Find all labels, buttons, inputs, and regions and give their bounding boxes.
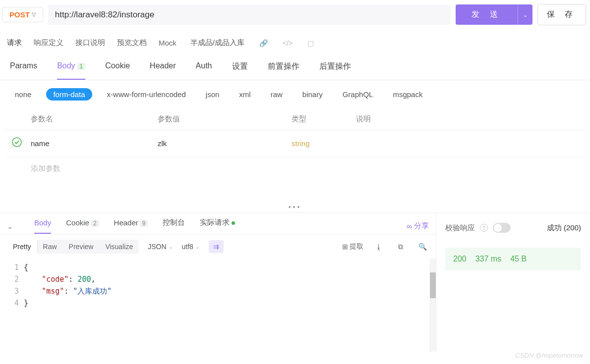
add-param-row[interactable]: 添加参数 bbox=[5, 156, 585, 180]
code-content[interactable]: { "code": 200, "msg": "入库成功" } bbox=[24, 259, 436, 352]
param-name[interactable]: name bbox=[29, 139, 158, 148]
resp-tab-cookie[interactable]: Cookie2 bbox=[66, 218, 99, 234]
share-button[interactable]: ∞分享 bbox=[407, 221, 429, 231]
response-size: 45 B bbox=[510, 255, 527, 263]
extract-icon: ⊞ bbox=[342, 243, 348, 251]
tab-params[interactable]: Params bbox=[10, 61, 37, 80]
chevron-down-icon: ⌄ bbox=[195, 244, 200, 250]
check-success: 成功 (200) bbox=[547, 223, 581, 233]
tab-post-action[interactable]: 后置操作 bbox=[319, 61, 351, 80]
collapse-chevron-icon[interactable]: ⌄ bbox=[7, 222, 13, 231]
view-visualize[interactable]: Visualize bbox=[99, 240, 139, 254]
scrollbar-thumb[interactable] bbox=[430, 272, 436, 298]
resp-tab-body[interactable]: Body bbox=[34, 218, 51, 234]
tab-cookie[interactable]: Cookie bbox=[105, 61, 130, 80]
body-type-xml[interactable]: xml bbox=[234, 88, 255, 101]
save-button[interactable]: 保 存 bbox=[537, 4, 586, 25]
tab-pre-action[interactable]: 前置操作 bbox=[268, 61, 299, 80]
body-type-form-data[interactable]: form-data bbox=[46, 88, 92, 101]
panel-icon[interactable]: ▢ bbox=[307, 39, 314, 47]
body-type-graphql[interactable]: GraphQL bbox=[338, 88, 378, 101]
wrap-icon[interactable]: ⇉ bbox=[209, 240, 224, 253]
code-icon[interactable]: </> bbox=[283, 39, 293, 47]
view-preview[interactable]: Preview bbox=[63, 240, 100, 254]
chevron-down-icon: ⌄ bbox=[169, 244, 173, 250]
dot-icon bbox=[232, 221, 235, 225]
sub-tab-api-desc[interactable]: 接口说明 bbox=[75, 38, 105, 48]
send-button[interactable]: 发 送 bbox=[456, 4, 517, 25]
resize-handle[interactable]: ••• bbox=[0, 203, 590, 213]
resp-badge: 2 bbox=[91, 220, 99, 227]
param-type[interactable]: string bbox=[292, 139, 356, 148]
status-stats: 200 337 ms 45 B bbox=[445, 248, 581, 270]
search-icon[interactable]: 🔍 bbox=[416, 240, 429, 253]
sub-tab-preview[interactable]: 预览文档 bbox=[117, 38, 147, 48]
resp-badge: 9 bbox=[140, 220, 148, 227]
check-icon[interactable] bbox=[12, 139, 22, 149]
body-type-msgpack[interactable]: msgpack bbox=[388, 88, 427, 101]
api-title: 半成品/成品入库 bbox=[190, 38, 244, 48]
url-input[interactable] bbox=[48, 5, 451, 25]
share-icon: ∞ bbox=[407, 222, 412, 230]
tab-auth[interactable]: Auth bbox=[196, 61, 212, 80]
method-select[interactable]: POST ▽ bbox=[2, 7, 43, 22]
link-icon[interactable]: 🔗 bbox=[259, 39, 268, 47]
status-code: 200 bbox=[453, 255, 467, 263]
body-type-json[interactable]: json bbox=[201, 88, 225, 101]
col-name: 参数名 bbox=[29, 114, 158, 124]
copy-icon[interactable]: ⧉ bbox=[394, 240, 407, 253]
line-gutter: 1234 bbox=[0, 259, 24, 352]
body-type-urlencoded[interactable]: x-www-form-urlencoded bbox=[102, 88, 191, 101]
tab-settings[interactable]: 设置 bbox=[232, 61, 248, 80]
format-select[interactable]: JSON⌄ bbox=[148, 243, 173, 251]
svg-point-0 bbox=[12, 138, 21, 147]
params-header: 参数名 参数值 类型 说明 bbox=[5, 108, 585, 130]
extract-button[interactable]: ⊞提取 bbox=[342, 242, 363, 251]
col-desc: 说明 bbox=[356, 114, 585, 124]
resp-tab-console[interactable]: 控制台 bbox=[163, 218, 185, 234]
body-type-binary[interactable]: binary bbox=[297, 88, 328, 101]
sub-tab-request[interactable]: 请求 bbox=[7, 38, 22, 48]
param-row[interactable]: name zlk string bbox=[5, 130, 585, 156]
sub-tab-response-def[interactable]: 响应定义 bbox=[34, 38, 63, 48]
response-time: 337 ms bbox=[475, 255, 501, 263]
tab-body[interactable]: Body1 bbox=[57, 61, 85, 80]
chevron-down-icon: ⌄ bbox=[523, 12, 528, 18]
body-type-none[interactable]: none bbox=[10, 88, 36, 101]
check-toggle[interactable] bbox=[493, 223, 511, 233]
resp-tab-header[interactable]: Header9 bbox=[114, 218, 148, 234]
sub-tab-mock[interactable]: Mock bbox=[159, 39, 177, 47]
tab-header[interactable]: Header bbox=[150, 61, 176, 80]
chevron-down-icon: ▽ bbox=[32, 11, 36, 18]
tab-badge: 1 bbox=[77, 63, 86, 70]
body-type-raw[interactable]: raw bbox=[266, 88, 288, 101]
param-value[interactable]: zlk bbox=[158, 139, 292, 148]
view-raw[interactable]: Raw bbox=[37, 240, 63, 254]
encoding-select[interactable]: utf8⌄ bbox=[182, 243, 200, 251]
send-dropdown[interactable]: ⌄ bbox=[518, 4, 532, 25]
view-pretty[interactable]: Pretty bbox=[7, 240, 37, 254]
col-value: 参数值 bbox=[158, 114, 292, 124]
response-body[interactable]: 1234 { "code": 200, "msg": "入库成功" } bbox=[0, 259, 436, 352]
watermark: CSDN @hopetomorrow bbox=[515, 352, 583, 359]
help-icon[interactable]: ? bbox=[480, 224, 488, 232]
resp-tab-actual[interactable]: 实际请求 bbox=[200, 218, 235, 234]
method-label: POST bbox=[9, 10, 30, 19]
check-label: 校验响应 bbox=[445, 223, 475, 233]
download-icon[interactable]: ⭳ bbox=[372, 240, 385, 253]
col-type: 类型 bbox=[292, 114, 356, 124]
